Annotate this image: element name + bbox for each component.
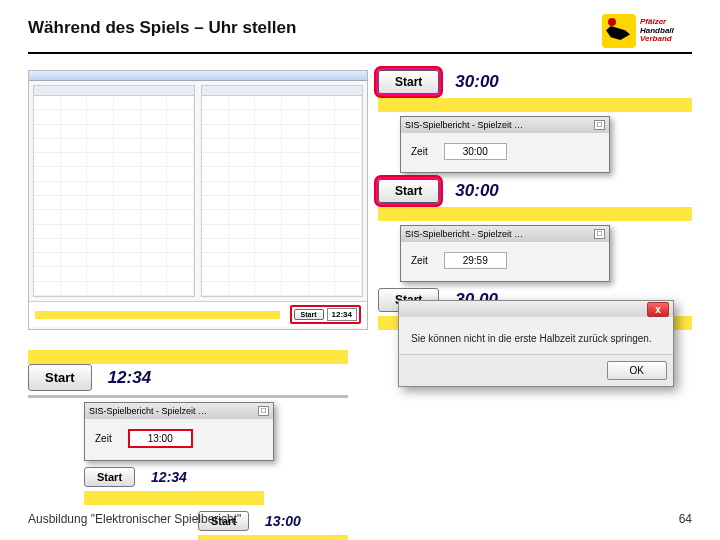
page-title: Während des Spiels – Uhr stellen — [28, 18, 692, 38]
time-dialog-1: SIS-Spielbericht - Spielzeit … □ Zeit 30… — [400, 116, 610, 173]
logo-mark-icon — [602, 14, 636, 48]
minimize-icon[interactable]: □ — [594, 120, 605, 130]
time-input-highlighted[interactable]: 13:00 — [128, 429, 193, 448]
time-label: Zeit — [411, 255, 428, 266]
time-label: Zeit — [95, 433, 112, 444]
app-titlebar — [29, 71, 367, 81]
yellow-bar — [198, 535, 348, 540]
time-input[interactable]: 30:00 — [444, 143, 507, 160]
dialog-title: SIS-Spielbericht - Spielzeit … — [89, 406, 207, 416]
start-time-highlight: Start 12:34 — [290, 305, 361, 324]
yellow-bar — [378, 98, 692, 112]
time-dialog-bl: SIS-Spielbericht - Spielzeit … □ Zeit 13… — [84, 402, 274, 461]
footer-text: Ausbildung "Elektronischer Spielbericht" — [28, 512, 241, 526]
clock-bl2: 12:34 — [143, 467, 195, 487]
confirm-dialog: x Sie können nicht in die erste Halbzeit… — [398, 300, 674, 387]
app-main-screenshot: Start 12:34 — [28, 70, 368, 330]
yellow-bar — [28, 350, 348, 364]
clock-r2: 30:00 — [447, 179, 506, 203]
start-button-bl2[interactable]: Start — [84, 467, 135, 487]
page-number: 64 — [679, 512, 692, 526]
logo-line-3: Verband — [640, 35, 674, 43]
dialog-title: SIS-Spielbericht - Spielzeit … — [405, 120, 523, 130]
team-grid-left — [33, 85, 195, 297]
dialog-title: SIS-Spielbericht - Spielzeit … — [405, 229, 523, 239]
team-grid-right — [201, 85, 363, 297]
yellow-bar — [84, 491, 264, 505]
clock-r1: 30:00 — [447, 70, 506, 94]
close-icon[interactable]: x — [647, 302, 669, 317]
clock-bl1: 12:34 — [100, 366, 159, 390]
start-button-r1[interactable]: Start — [378, 70, 439, 94]
time-label: Zeit — [411, 146, 428, 157]
start-button-small[interactable]: Start — [294, 309, 324, 320]
minimize-icon[interactable]: □ — [594, 229, 605, 239]
yellow-bar — [378, 207, 692, 221]
minimize-icon[interactable]: □ — [258, 406, 269, 416]
clock-small: 12:34 — [327, 308, 357, 321]
confirm-message: Sie können nicht in die erste Halbzeit z… — [399, 317, 673, 354]
time-input[interactable]: 29:59 — [444, 252, 507, 269]
brand-logo: Pfälzer Handball Verband — [602, 8, 692, 54]
start-button-bl1[interactable]: Start — [28, 364, 92, 391]
ok-button[interactable]: OK — [607, 361, 667, 380]
start-button-r2[interactable]: Start — [378, 179, 439, 203]
time-dialog-2: SIS-Spielbericht - Spielzeit … □ Zeit 29… — [400, 225, 610, 282]
logo-text: Pfälzer Handball Verband — [640, 18, 674, 43]
